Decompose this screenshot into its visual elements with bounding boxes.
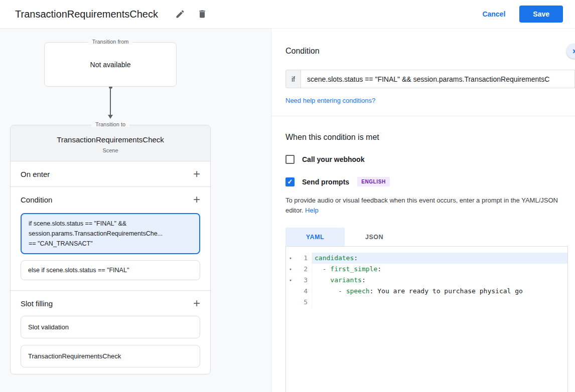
scene-card-title: TransactionRequirementsCheck (17, 135, 204, 144)
code-line: 5 (286, 297, 567, 308)
code-line: ▾ 1 candidates: (286, 253, 567, 264)
line-number: 1 (304, 253, 312, 264)
condition-item[interactable]: else if scene.slots.status == "FINAL" (21, 260, 200, 280)
scene-card-subtitle: Scene (17, 147, 204, 153)
code-key: variants (330, 276, 362, 284)
prompt-description: To provide audio or visual feedback when… (271, 195, 561, 216)
code-separator: : (370, 287, 378, 295)
code-indent: - (315, 265, 330, 273)
condition-item-selected[interactable]: if scene.slots.status == "FINAL" && sess… (21, 213, 200, 254)
code-separator: : (377, 265, 381, 273)
on-enter-label: On enter (21, 170, 50, 178)
code-text[interactable]: candidates: (312, 253, 567, 264)
cancel-button[interactable]: Cancel (482, 10, 505, 18)
prompt-description-text: To provide audio or visual feedback when… (285, 197, 558, 214)
tab-json[interactable]: JSON (345, 228, 404, 246)
collapse-panel-button[interactable]: › (566, 44, 575, 59)
scene-graph-panel: Transition from Not available Transition… (0, 29, 271, 392)
trash-icon (197, 9, 207, 19)
header-actions: Cancel Save (482, 6, 563, 23)
webhook-checkbox[interactable] (285, 155, 295, 164)
code-line: ▾ 3 variants: (286, 275, 567, 286)
editor-gutter: ▾ 3 (286, 275, 312, 286)
code-indent: - (315, 287, 346, 295)
editor-gutter: ▾ 2 (286, 264, 312, 275)
arrow-stem (110, 89, 111, 115)
slot-filling-label: Slot filling (21, 299, 53, 308)
send-prompts-checkbox[interactable]: ✓ (285, 177, 295, 186)
code-line: ▾ 2 - first_simple: (286, 264, 567, 275)
condition-expression-row: if (271, 70, 575, 88)
condition-section-label: Condition (21, 195, 52, 204)
code-separator: : (354, 254, 358, 262)
add-condition-button[interactable]: + (193, 194, 200, 205)
transition-from-box: Transition from Not available (44, 42, 177, 87)
fold-toggle-icon[interactable]: ▾ (287, 253, 294, 264)
transition-to-card: Transition to TransactionRequirementsChe… (10, 125, 211, 374)
line-number: 2 (304, 264, 312, 275)
scene-graph-column: Transition from Not available Transition… (10, 42, 211, 374)
slot-filling-section-row: Slot filling + (11, 291, 210, 316)
condition-expression-input[interactable] (301, 70, 575, 88)
webhook-option-row: Call your webhook (271, 155, 575, 164)
delete-scene-button[interactable] (194, 6, 210, 22)
editor-gutter: 4 (286, 286, 312, 297)
line-number: 3 (304, 275, 312, 286)
if-prefix-label: if (285, 70, 301, 88)
code-text[interactable]: - first_simple: (312, 264, 567, 275)
condition-section-row: Condition + (11, 187, 210, 212)
header-left: TransactionRequirementsCheck (15, 6, 210, 22)
save-button[interactable]: Save (519, 6, 563, 23)
language-badge: ENGLISH (357, 177, 390, 186)
panel-divider (271, 116, 575, 116)
prompt-help-link[interactable]: Help (305, 207, 319, 214)
main-content: Transition from Not available Transition… (0, 29, 575, 392)
arrow-head-icon (108, 115, 113, 119)
when-condition-met-heading: When this condition is met (271, 133, 575, 142)
on-enter-section-row: On enter + (11, 161, 210, 186)
line-number: 5 (304, 297, 312, 308)
page-title: TransactionRequirementsCheck (15, 9, 158, 20)
code-text[interactable]: - speech: You are ready to purchase phys… (312, 286, 567, 297)
fold-toggle-icon[interactable]: ▾ (287, 275, 294, 286)
condition-heading: Condition (285, 47, 320, 56)
fold-toggle-icon[interactable]: ▾ (287, 264, 294, 275)
code-key: first_simple (330, 265, 377, 273)
code-line: 4 - speech: You are ready to purchase ph… (286, 286, 567, 297)
code-text[interactable]: variants: (312, 275, 567, 286)
header: TransactionRequirementsCheck Cancel Save (0, 0, 575, 29)
slot-item-transaction-check[interactable]: TransactionRequirementsCheck (21, 345, 200, 367)
transition-from-value: Not available (90, 61, 131, 69)
transition-from-label: Transition from (88, 39, 133, 45)
send-prompts-option-row: ✓ Send prompts ENGLISH (271, 177, 575, 186)
edit-scene-name-button[interactable] (172, 6, 188, 22)
add-slot-button[interactable]: + (193, 298, 200, 308)
editor-gutter: 5 (286, 297, 312, 308)
slot-item-validation[interactable]: Slot validation (21, 316, 200, 338)
code-indent (315, 276, 330, 284)
scene-card-header[interactable]: TransactionRequirementsCheck Scene (11, 125, 210, 161)
pencil-icon (175, 9, 185, 19)
tab-yaml[interactable]: YAML (285, 228, 345, 246)
code-key: speech (346, 287, 370, 295)
condition-editor-panel: Condition › if Need help entering condit… (271, 29, 575, 392)
condition-help-link[interactable]: Need help entering conditions? (285, 97, 375, 104)
webhook-label: Call your webhook (302, 155, 364, 163)
transition-to-label: Transition to (91, 121, 129, 127)
transition-arrow (107, 87, 113, 119)
code-key: candidates (315, 254, 354, 262)
add-on-enter-button[interactable]: + (193, 169, 200, 179)
code-value: You are ready to purchase physical go (377, 287, 523, 295)
check-icon: ✓ (288, 178, 293, 185)
yaml-code-editor[interactable]: ▾ 1 candidates: ▾ 2 - first_simple: ▾ 3 … (285, 246, 568, 392)
editor-tabs: YAML JSON (271, 228, 575, 246)
condition-heading-row: Condition › (271, 44, 575, 59)
code-separator: : (362, 276, 366, 284)
chevron-right-icon: › (572, 45, 575, 56)
editor-gutter: ▾ 1 (286, 253, 312, 264)
send-prompts-label: Send prompts (302, 178, 349, 186)
code-text[interactable] (312, 297, 567, 308)
line-number: 4 (304, 286, 312, 297)
